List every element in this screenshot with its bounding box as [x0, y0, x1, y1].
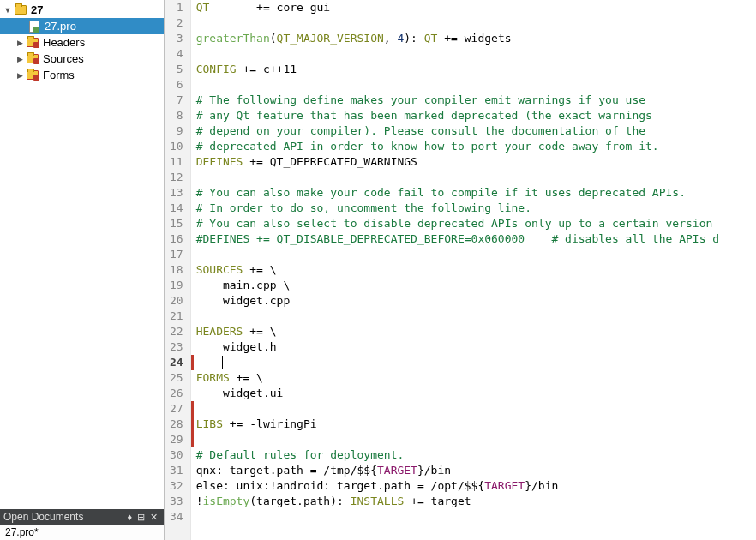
line-number: 27 — [170, 401, 183, 417]
open-docs-list: 27.pro* — [0, 525, 164, 540]
code-line[interactable] — [196, 509, 756, 525]
code-line[interactable]: # deprecated API in order to know how to… — [196, 139, 756, 154]
tree-folder-label: Headers — [43, 36, 85, 49]
line-number: 26 — [170, 386, 183, 401]
code-line[interactable]: #DEFINES += QT_DISABLE_DEPRECATED_BEFORE… — [196, 231, 756, 247]
tree-folder-headers[interactable]: ▶ Headers — [0, 34, 164, 51]
code-line[interactable]: # depend on your compiler). Please consu… — [196, 123, 756, 139]
close-icon[interactable]: ✕ — [147, 512, 160, 523]
code-line[interactable]: # The following define makes your compil… — [196, 93, 756, 108]
code-line[interactable] — [196, 170, 756, 185]
code-line[interactable]: else: unix:!android: target.path = /opt/… — [196, 478, 756, 494]
line-number: 5 — [170, 62, 183, 77]
line-number-gutter: 1234567891011121314151617181920212223242… — [165, 0, 191, 540]
line-number: 21 — [170, 309, 183, 324]
line-number: 4 — [170, 46, 183, 62]
code-line[interactable] — [196, 355, 756, 370]
chevron-right-icon[interactable]: ▶ — [15, 55, 24, 63]
code-area[interactable]: QT += core guigreaterThan(QT_MAJOR_VERSI… — [191, 0, 756, 540]
code-line[interactable]: HEADERS += \ — [196, 324, 756, 339]
tree-folder-label: Forms — [43, 69, 75, 81]
tree-project-label: 27 — [31, 3, 43, 16]
open-docs-header: Open Documents ♦ ⊞ ✕ — [0, 509, 164, 525]
line-number: 28 — [170, 417, 183, 432]
line-number: 7 — [170, 93, 183, 108]
line-number: 12 — [170, 170, 183, 185]
code-line[interactable]: DEFINES += QT_DEPRECATED_WARNINGS — [196, 154, 756, 170]
line-number: 33 — [170, 494, 183, 509]
tree-folder-forms[interactable]: ▶ Forms — [0, 67, 164, 83]
code-line[interactable] — [196, 432, 756, 447]
code-line[interactable]: QT += core gui — [196, 0, 756, 15]
line-number: 14 — [170, 201, 183, 216]
tree-file-label: 27.pro — [45, 20, 76, 33]
code-line[interactable]: CONFIG += c++11 — [196, 62, 756, 77]
tree-folder-sources[interactable]: ▶ Sources — [0, 51, 164, 67]
code-line[interactable] — [196, 309, 756, 324]
code-line[interactable]: widget.h — [196, 339, 756, 355]
code-line[interactable]: # any Qt feature that has been marked de… — [196, 108, 756, 123]
code-line[interactable]: # You can also make your code fail to co… — [196, 185, 756, 201]
line-number: 32 — [170, 478, 183, 494]
tree-file-selected[interactable]: 27.pro — [0, 18, 164, 34]
file-icon — [27, 21, 41, 33]
folder-icon — [26, 69, 39, 81]
line-number: 11 — [170, 154, 183, 170]
code-line[interactable]: widget.ui — [196, 386, 756, 401]
line-number: 25 — [170, 370, 183, 386]
line-number: 17 — [170, 247, 183, 262]
line-number: 23 — [170, 339, 183, 355]
code-line[interactable]: # In order to do so, uncomment the follo… — [196, 201, 756, 216]
code-line[interactable]: FORMS += \ — [196, 370, 756, 386]
line-number: 20 — [170, 293, 183, 309]
line-number: 6 — [170, 77, 183, 93]
chevron-right-icon[interactable]: ▶ — [15, 71, 24, 80]
folder-icon — [14, 4, 27, 16]
line-number: 24 — [170, 355, 183, 370]
line-number: 34 — [170, 509, 183, 525]
line-number: 31 — [170, 463, 183, 478]
tree-project-root[interactable]: ▼ 27 — [0, 2, 164, 18]
code-line[interactable]: main.cpp \ — [196, 278, 756, 293]
code-line[interactable] — [196, 247, 756, 262]
line-number: 2 — [170, 15, 183, 31]
line-number: 13 — [170, 185, 183, 201]
line-number: 1 — [170, 0, 183, 15]
code-line[interactable]: SOURCES += \ — [196, 262, 756, 278]
open-doc-item[interactable]: 27.pro* — [0, 525, 164, 540]
code-line[interactable]: !isEmpty(target.path): INSTALLS += targe… — [196, 494, 756, 509]
code-editor[interactable]: 1234567891011121314151617181920212223242… — [165, 0, 756, 540]
line-number: 29 — [170, 432, 183, 447]
open-docs-title: Open Documents — [3, 511, 83, 523]
folder-icon — [26, 53, 39, 65]
line-number: 10 — [170, 139, 183, 154]
line-number: 8 — [170, 108, 183, 123]
line-number: 3 — [170, 31, 183, 46]
sidebar: ▼ 27 27.pro ▶ Headers ▶ Sources ▶ Forms — [0, 0, 165, 540]
code-line[interactable] — [196, 77, 756, 93]
line-number: 22 — [170, 324, 183, 339]
code-line[interactable] — [196, 401, 756, 417]
split-icon[interactable]: ⊞ — [135, 512, 147, 523]
chevron-down-icon[interactable]: ▼ — [3, 6, 12, 15]
line-number: 9 — [170, 123, 183, 139]
code-line[interactable] — [196, 15, 756, 31]
code-line[interactable]: qnx: target.path = /tmp/$${TARGET}/bin — [196, 463, 756, 478]
line-number: 16 — [170, 231, 183, 247]
sort-icon[interactable]: ♦ — [124, 512, 135, 522]
line-number: 18 — [170, 262, 183, 278]
code-line[interactable]: LIBS += -lwiringPi — [196, 417, 756, 432]
line-number: 15 — [170, 216, 183, 231]
code-line[interactable]: # You can also select to disable depreca… — [196, 216, 756, 231]
code-line[interactable]: # Default rules for deployment. — [196, 447, 756, 463]
line-number: 30 — [170, 447, 183, 463]
line-number: 19 — [170, 278, 183, 293]
code-line[interactable] — [196, 46, 756, 62]
folder-icon — [26, 37, 39, 49]
code-line[interactable]: greaterThan(QT_MAJOR_VERSION, 4): QT += … — [196, 31, 756, 46]
project-tree[interactable]: ▼ 27 27.pro ▶ Headers ▶ Sources ▶ Forms — [0, 0, 164, 509]
chevron-right-icon[interactable]: ▶ — [15, 39, 24, 47]
tree-folder-label: Sources — [43, 52, 84, 65]
code-line[interactable]: widget.cpp — [196, 293, 756, 309]
text-cursor — [222, 356, 223, 369]
